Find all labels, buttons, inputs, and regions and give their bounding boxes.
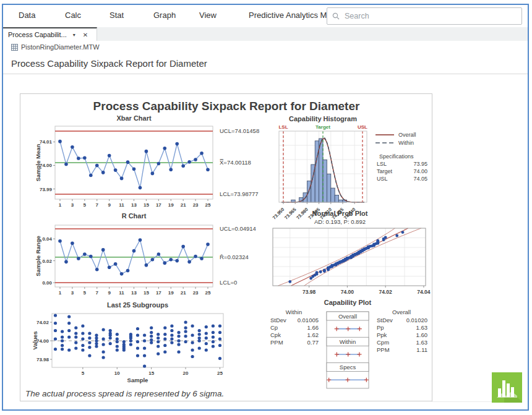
menu-data[interactable]: Data [19,11,35,20]
data-point [212,324,215,327]
data-point [384,236,387,239]
data-point [81,344,84,347]
y-tick-label: 0.04 [42,236,52,242]
plot-frame [55,225,213,287]
data-point [71,241,74,245]
series-line [60,142,208,188]
histogram-title: Capability Histogram [289,115,357,122]
worksheet-link[interactable]: PistonRingDiameter.MTW [11,43,100,51]
data-point [187,260,191,264]
search-box [327,7,522,25]
overall-table: OverallStDev0.01020Pp1.63Ppk1.60Cpm1.63P… [377,309,427,353]
data-point [74,332,77,335]
sixpack-figure-panel[interactable]: Process Capability Sixpack Report for Di… [20,93,432,401]
data-point [88,332,91,335]
stat-value: 0.01020 [406,317,427,323]
page-edge-line [432,401,498,402]
data-point [54,348,57,351]
data-point [157,252,161,256]
x-tick-label: 7 [96,290,99,296]
menu-stat[interactable]: Stat [109,11,124,20]
x-tick-label: 10 [114,370,120,376]
data-point [129,333,132,336]
center-label: X̿=74.00118 [220,159,251,166]
data-point [74,335,77,338]
data-point [157,333,160,336]
search-icon [332,12,340,20]
tab-process-capability[interactable]: Process Capabilit... ▾ ✕ [3,27,97,41]
data-point [150,326,153,329]
data-point [212,331,215,334]
data-point [139,238,142,242]
x-tick-label: 21 [181,202,186,208]
data-point [315,271,319,274]
heading-divider [3,74,528,74]
data-point [102,343,105,346]
data-point [218,324,221,327]
menu-view[interactable]: View [199,11,217,20]
data-point [157,344,160,348]
stat-value: 1.63 [416,339,428,346]
spec-row-value: 74.00 [413,168,427,174]
data-point [170,337,173,340]
data-point [163,326,166,329]
xbar-chart: Xbar Chart74.0174.0073.99135791113151719… [35,114,259,208]
data-point [109,336,112,340]
x-tick-label: 20 [183,370,189,376]
search-input[interactable] [343,11,521,21]
data-point [191,341,194,344]
stat-label: PPM [270,339,283,346]
data-point [157,162,161,166]
data-point [205,336,208,340]
data-point [136,340,139,343]
data-point [58,239,62,243]
data-point [184,330,187,333]
data-point [77,156,80,160]
menu-calc[interactable]: Calc [65,11,81,20]
data-point [145,263,148,267]
data-point [136,327,139,330]
y-axis-label: Values [32,331,38,349]
data-point [177,350,180,353]
x-tick-label: 15 [148,370,154,376]
data-point [102,337,105,340]
data-point [184,340,187,343]
data-point [181,164,185,168]
sixpack-figure[interactable]: Process Capability Sixpack Report for Di… [20,94,432,401]
data-point [187,160,191,164]
data-point [169,168,173,172]
x-tick-label: 19 [168,290,174,296]
data-point [170,324,173,327]
tab-dropdown-icon[interactable]: ▾ [73,32,75,38]
data-point [64,260,68,264]
data-point [200,257,204,260]
x-tick-label: 11 [119,202,124,208]
data-point [218,357,221,360]
interval-label: Overall [338,313,357,320]
data-point [77,257,80,260]
data-point [67,329,71,332]
data-point [95,339,98,342]
data-point [184,335,187,338]
data-point [163,344,166,347]
within-table-title: Within [286,309,302,315]
legend: OverallWithin [375,132,416,146]
data-point [95,336,98,340]
x-tick-label: 73.950 [272,207,286,221]
data-point [319,270,322,273]
data-point [205,325,208,328]
data-point [163,337,166,340]
menu-graph[interactable]: Graph [153,11,176,20]
data-point [198,346,201,349]
data-point [129,339,132,342]
x-tick-label: 17 [156,202,161,208]
x-tick-label: 73.980 [295,207,309,221]
y-tick-label: 73.99 [40,187,53,192]
data-point [126,160,130,164]
data-point [169,258,173,262]
y-tick-label: 0.02 [42,259,52,264]
tab-close-icon[interactable]: ✕ [83,32,88,38]
data-point [175,259,179,263]
x-tick-label: 74.02 [379,289,393,295]
data-point [177,339,180,342]
